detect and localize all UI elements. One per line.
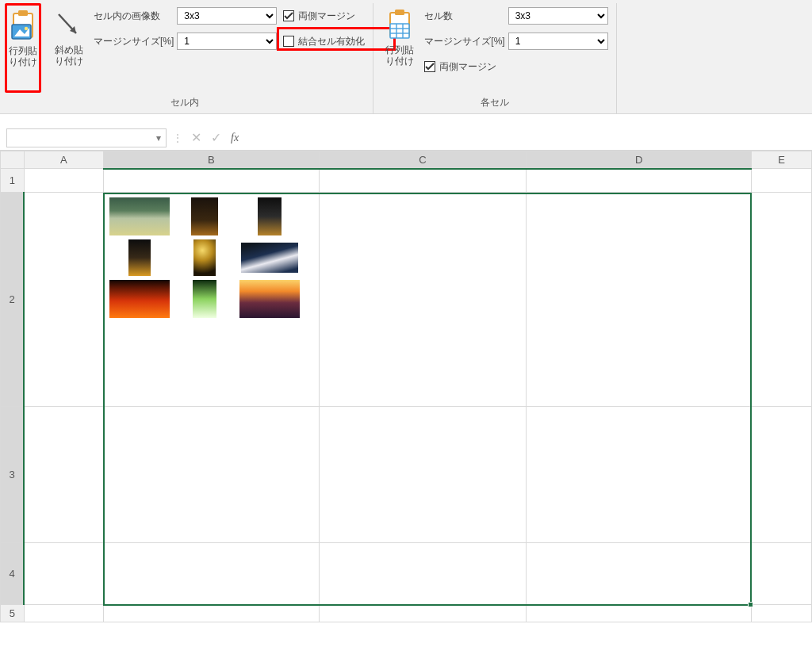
select-all-corner[interactable] — [1, 151, 25, 169]
cell[interactable] — [24, 169, 103, 193]
cell[interactable] — [752, 543, 812, 605]
cell[interactable] — [527, 169, 752, 193]
matrix-paste-button[interactable]: 行列貼 り付け — [5, 3, 41, 93]
arrow-diagonal-icon — [56, 6, 82, 44]
cell[interactable] — [752, 193, 812, 407]
formula-icon-group: ⋮ ✕ ✓ fx — [173, 130, 239, 145]
cell[interactable] — [24, 605, 103, 622]
group-cellin-label: セル内 — [5, 93, 365, 113]
cell[interactable] — [319, 169, 527, 193]
drag-dots-icon[interactable]: ⋮ — [173, 132, 182, 144]
cell[interactable] — [752, 169, 812, 193]
row-header-5[interactable]: 5 — [1, 605, 25, 622]
ribbon-group-cellin: 行列貼 り付け 斜め貼 り付け セル内の画像数 マージンサイズ[%] — [5, 3, 373, 113]
image-grid — [108, 197, 301, 319]
formula-bar: ▾ ⋮ ✕ ✓ fx — [0, 125, 812, 151]
cell[interactable] — [752, 407, 812, 543]
cell[interactable] — [24, 193, 103, 407]
thumb-torii-red[interactable] — [108, 279, 171, 319]
merge-cell-label: 結合セル有効化 — [298, 35, 365, 48]
thumb-landscape-hills[interactable] — [108, 197, 171, 236]
checkbox-icon — [424, 61, 435, 72]
cellin-controls-col3: 両側マージン 結合セル有効化 — [283, 3, 365, 93]
cell[interactable] — [527, 193, 752, 407]
name-box[interactable]: ▾ — [6, 128, 167, 147]
img-count-label: セル内の画像数 — [94, 10, 160, 23]
checkbox-icon — [283, 36, 294, 47]
svg-rect-8 — [395, 10, 404, 15]
matrix-paste-label: 行列貼 り付け — [9, 45, 37, 68]
both-margin-checkbox-2[interactable]: 両側マージン — [424, 57, 504, 76]
cell[interactable] — [319, 605, 527, 622]
both-margin-label-1: 両側マージン — [298, 10, 355, 23]
cell[interactable] — [103, 169, 319, 193]
cell[interactable] — [103, 543, 319, 605]
cell-count-select[interactable]: 3x3 — [508, 7, 608, 25]
matrix-paste-label-2: 行列貼 り付け — [385, 44, 414, 67]
thumb-night-lantern[interactable] — [173, 197, 236, 236]
col-header-C[interactable]: C — [319, 151, 527, 169]
col-header-A[interactable]: A — [24, 151, 103, 169]
spreadsheet-grid[interactable]: A B C D E 1 2 3 4 — [0, 151, 812, 622]
diag-paste-label: 斜め貼 り付け — [55, 44, 83, 67]
row-header-1[interactable]: 1 — [1, 169, 25, 193]
margin-size-select-2[interactable]: 1 — [508, 33, 608, 50]
cellin-controls-col2: 3x3 1 — [177, 3, 277, 93]
eachcell-controls-col2: 3x3 1 — [508, 3, 608, 93]
both-margin-checkbox-1[interactable]: 両側マージン — [283, 6, 365, 25]
cancel-icon[interactable]: ✕ — [191, 130, 201, 145]
svg-point-4 — [25, 27, 28, 30]
diag-paste-button[interactable]: 斜め貼 り付け — [51, 3, 87, 93]
ribbon-toolbar: 行列貼 り付け 斜め貼 り付け セル内の画像数 マージンサイズ[%] — [0, 0, 812, 114]
thumb-sunset-sky[interactable] — [238, 279, 301, 319]
clipboard-image-icon — [9, 7, 37, 45]
img-count-select[interactable]: 3x3 — [177, 7, 277, 25]
cellin-controls-col1: セル内の画像数 マージンサイズ[%] — [94, 3, 174, 93]
cell[interactable] — [24, 407, 103, 543]
fx-icon[interactable]: fx — [231, 132, 239, 144]
enter-icon[interactable]: ✓ — [211, 130, 221, 145]
row-header-4[interactable]: 4 — [1, 543, 25, 605]
col-header-E[interactable]: E — [752, 151, 812, 169]
cell[interactable] — [527, 543, 752, 605]
col-header-D[interactable]: D — [527, 151, 752, 169]
formula-input[interactable] — [245, 128, 806, 147]
cell[interactable] — [103, 407, 319, 543]
chevron-down-icon[interactable]: ▾ — [156, 132, 161, 144]
ribbon-group-eachcell: 行列貼 り付け セル数 マージンサイズ[%] 両側マージン — [373, 3, 616, 113]
cell[interactable] — [319, 407, 527, 543]
thumb-night-alley[interactable] — [108, 238, 171, 278]
thumb-branches-sky[interactable] — [238, 238, 301, 278]
row-header-2[interactable]: 2 — [1, 193, 25, 407]
merge-cell-checkbox[interactable]: 結合セル有効化 — [283, 32, 365, 51]
thumb-dark-dog[interactable] — [238, 197, 301, 236]
cell[interactable] — [752, 605, 812, 622]
cell-count-label: セル数 — [424, 10, 453, 23]
matrix-paste-button-2[interactable]: 行列貼 り付け — [381, 3, 418, 93]
eachcell-controls-col1: セル数 マージンサイズ[%] 両側マージン — [424, 3, 504, 93]
both-margin-label-2: 両側マージン — [439, 60, 496, 74]
group-eachcell-label: 各セル — [381, 93, 607, 113]
cell[interactable] — [103, 605, 319, 622]
row-header-3[interactable]: 3 — [1, 407, 25, 543]
margin-size-label: マージンサイズ[%] — [94, 35, 174, 48]
col-header-B[interactable]: B — [103, 151, 319, 169]
thumb-moon-roof[interactable] — [173, 238, 236, 278]
svg-rect-1 — [18, 10, 28, 16]
cell[interactable] — [527, 605, 752, 622]
clipboard-grid-icon — [385, 6, 414, 44]
cell[interactable] — [319, 543, 527, 605]
cell[interactable] — [319, 193, 527, 407]
margin-size-label-2: マージンサイズ[%] — [424, 35, 504, 48]
svg-rect-9 — [390, 24, 409, 38]
cell[interactable] — [527, 407, 752, 543]
cell[interactable] — [24, 543, 103, 605]
checkbox-icon — [283, 10, 294, 21]
margin-size-select[interactable]: 1 — [177, 33, 277, 50]
thumb-green-forest[interactable] — [173, 279, 236, 319]
